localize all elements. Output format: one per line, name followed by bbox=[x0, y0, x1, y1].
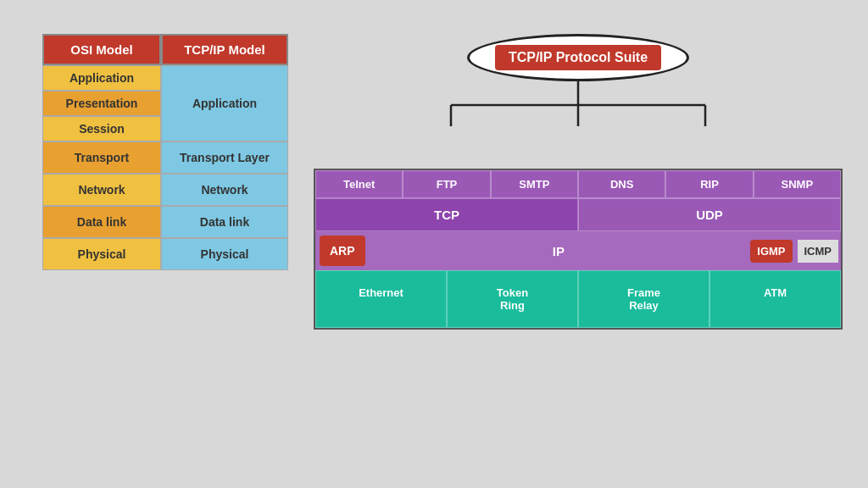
proto-ethernet: Ethernet bbox=[315, 270, 447, 328]
osi-datalink: Data link bbox=[42, 206, 161, 238]
model-row-network: Network Network bbox=[42, 174, 288, 206]
protocol-area: TCP/IP Protocol Suite Telnet FTP bbox=[314, 34, 843, 330]
main-container: OSI Model TCP/IP Model Application Appli… bbox=[0, 0, 868, 488]
proto-arp: ARP bbox=[320, 236, 365, 266]
transport-row: TCP UDP bbox=[315, 198, 841, 231]
tcp-network: Network bbox=[161, 174, 288, 206]
osi-session: Session bbox=[42, 116, 161, 141]
proto-ftp: FTP bbox=[403, 170, 490, 198]
osi-physical: Physical bbox=[42, 238, 161, 270]
model-table: OSI Model TCP/IP Model Application Appli… bbox=[42, 34, 288, 270]
oval-container: TCP/IP Protocol Suite bbox=[467, 34, 689, 81]
app-protocols-row: Telnet FTP SMTP DNS RIP SNMP bbox=[315, 170, 841, 198]
proto-snmp: SNMP bbox=[754, 170, 841, 198]
proto-atm: ATM bbox=[709, 270, 841, 328]
model-row-application: Application Application bbox=[42, 65, 288, 91]
tcp-application: Application bbox=[161, 65, 288, 141]
network-row: ARP IP IGMP ICMP bbox=[315, 231, 841, 270]
model-row-transport: Transport Transport Layer bbox=[42, 141, 288, 174]
proto-rip: RIP bbox=[665, 170, 753, 198]
proto-igmp: IGMP bbox=[750, 240, 792, 263]
tcp-physical: Physical bbox=[161, 238, 288, 270]
connector-svg bbox=[400, 80, 756, 126]
tcp-header: TCP/IP Model bbox=[161, 34, 288, 65]
model-row-physical: Physical Physical bbox=[42, 238, 288, 270]
osi-network: Network bbox=[42, 174, 161, 206]
tcp-datalink: Data link bbox=[161, 206, 288, 238]
model-header-row: OSI Model TCP/IP Model bbox=[42, 34, 288, 65]
proto-dns: DNS bbox=[578, 170, 665, 198]
protocol-suite-label: TCP/IP Protocol Suite bbox=[495, 45, 661, 70]
protocol-grid: Telnet FTP SMTP DNS RIP SNMP TCP UDP ARP… bbox=[314, 169, 843, 330]
proto-ip: IP bbox=[370, 236, 748, 267]
proto-frame-relay: FrameRelay bbox=[578, 270, 709, 328]
proto-udp: UDP bbox=[578, 198, 841, 231]
tcp-transport: Transport Layer bbox=[161, 141, 288, 174]
osi-application: Application bbox=[42, 65, 161, 91]
datalink-row: Ethernet TokenRing FrameRelay ATM bbox=[315, 270, 841, 328]
osi-presentation: Presentation bbox=[42, 91, 161, 116]
proto-tcp: TCP bbox=[315, 198, 578, 231]
model-row-datalink: Data link Data link bbox=[42, 206, 288, 238]
osi-header: OSI Model bbox=[42, 34, 161, 65]
tree-connector bbox=[400, 80, 756, 126]
proto-smtp: SMTP bbox=[491, 170, 578, 198]
proto-icmp: ICMP bbox=[798, 240, 839, 263]
osi-transport: Transport bbox=[42, 141, 161, 174]
proto-token-ring: TokenRing bbox=[447, 270, 578, 328]
proto-telnet: Telnet bbox=[315, 170, 403, 198]
